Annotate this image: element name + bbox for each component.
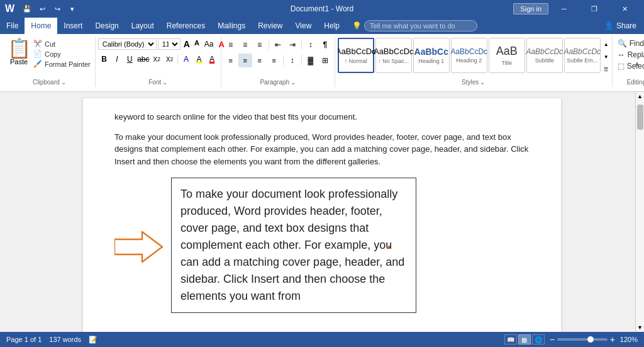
text-highlight-button[interactable]: A — [193, 52, 205, 66]
style-heading2[interactable]: AaBbCcDc Heading 2 — [451, 38, 487, 73]
web-layout-button[interactable]: 🌐 — [532, 334, 545, 344]
paragraph-1[interactable]: keyword to search online for the video t… — [114, 111, 530, 123]
menu-help[interactable]: Help — [318, 18, 346, 34]
undo-button[interactable]: ↩ — [36, 3, 48, 15]
show-marks-button[interactable]: ¶ — [318, 38, 332, 52]
menu-home[interactable]: Home — [25, 18, 57, 34]
italic-button[interactable]: I — [111, 52, 123, 66]
font-color-button[interactable]: A — [206, 52, 218, 66]
zoom-slider-track[interactable] — [557, 338, 608, 341]
styles-expand-icon[interactable]: ⌄ — [480, 79, 485, 86]
font-size-select[interactable]: 11 — [158, 38, 180, 50]
style-title[interactable]: AaB Title — [489, 38, 525, 73]
styles-scroll-down-button[interactable]: ▼ — [603, 54, 609, 60]
vertical-scrollbar[interactable]: ▲ ▼ — [635, 92, 644, 332]
format-painter-button[interactable]: 🖌️ Format Painter — [31, 59, 92, 69]
page-indicator[interactable]: Page 1 of 1 — [6, 336, 42, 343]
cut-button[interactable]: ✂️ Cut — [31, 39, 92, 48]
document-title: Document1 - Word — [291, 4, 353, 13]
style-subtitle[interactable]: AaBbCcDc Subtitle — [526, 38, 563, 73]
bullets-button[interactable]: ≡ — [224, 38, 238, 52]
title-bar-left: W 💾 ↩ ↪ ▾ — [5, 3, 79, 15]
proofing-icon[interactable]: 📝 — [89, 336, 97, 344]
menu-design[interactable]: Design — [89, 18, 125, 34]
textbox[interactable]: To make your document look professionall… — [171, 178, 416, 313]
sort-button[interactable]: ↕ — [304, 38, 318, 52]
multilevel-list-button[interactable]: ≡ — [253, 38, 267, 52]
menu-review[interactable]: Review — [252, 18, 289, 34]
style-title-preview: AaB — [496, 45, 518, 59]
scroll-up-arrow[interactable]: ▲ — [637, 93, 643, 100]
change-case-button[interactable]: Aa — [203, 38, 216, 50]
grow-font-button[interactable]: A — [182, 38, 192, 50]
find-button[interactable]: 🔍 Find — [615, 38, 644, 49]
subscript-button[interactable]: X2 — [151, 52, 163, 66]
style-heading2-preview: AaBbCcDc — [450, 47, 487, 56]
share-button[interactable]: 👤 Share — [597, 18, 644, 34]
clipboard-expand-icon[interactable]: ⌄ — [61, 79, 66, 86]
style-heading1[interactable]: AaBbCc Heading 1 — [413, 38, 450, 73]
decrease-indent-button[interactable]: ⇤ — [271, 38, 285, 52]
justify-button[interactable]: ≡ — [267, 54, 281, 67]
menu-view[interactable]: View — [289, 18, 318, 34]
cut-icon: ✂️ — [33, 40, 42, 48]
read-mode-button[interactable]: 📖 — [504, 334, 517, 344]
font-name-select[interactable]: Calibri (Body) — [98, 38, 157, 50]
print-layout-button[interactable]: ▦ — [518, 334, 531, 344]
menu-insert[interactable]: Insert — [57, 18, 89, 34]
align-center-button[interactable]: ≡ — [238, 54, 252, 67]
align-left-button[interactable]: ≡ — [224, 54, 238, 67]
strikethrough-button[interactable]: abc — [136, 52, 150, 66]
textbox-content: To make your document look professionall… — [180, 188, 404, 302]
underline-button[interactable]: U — [124, 52, 136, 66]
paragraph-2[interactable]: To make your document look professionall… — [114, 131, 530, 168]
scroll-down-arrow[interactable]: ▼ — [637, 324, 643, 331]
superscript-button[interactable]: X2 — [164, 52, 175, 66]
text-effects-button[interactable]: A — [180, 52, 192, 66]
paste-icon: 📋 — [8, 39, 31, 58]
zoom-level[interactable]: 120% — [618, 336, 638, 343]
zoom-in-button[interactable]: + — [610, 334, 615, 344]
tell-me-input[interactable] — [364, 20, 477, 31]
zoom-out-button[interactable]: − — [550, 334, 555, 344]
borders-button[interactable]: ⊞ — [318, 54, 332, 67]
paste-button[interactable]: 📋 Paste — [6, 38, 31, 67]
font-expand-icon[interactable]: ⌄ — [162, 79, 167, 86]
styles-more-button[interactable]: ☰ — [603, 66, 609, 73]
clipboard-group-label: Clipboard ⌄ — [4, 79, 95, 86]
line-spacing-button[interactable]: ↕ — [286, 54, 299, 67]
word-app-icon: W — [5, 3, 14, 14]
shrink-font-button[interactable]: A — [192, 38, 201, 50]
restore-button[interactable]: ❐ — [580, 0, 609, 18]
scrollbar-thumb[interactable] — [637, 105, 643, 130]
zoom-slider-thumb[interactable] — [587, 336, 594, 343]
close-button[interactable]: ✕ — [610, 0, 639, 18]
highlight-icon: A — [197, 55, 202, 64]
style-no-spacing[interactable]: AaBbCcDc ↑ No Spac... — [375, 38, 412, 73]
increase-indent-button[interactable]: ⇥ — [286, 38, 299, 52]
ribbon-collapse-button[interactable]: ▲ — [634, 59, 640, 66]
redo-button[interactable]: ↪ — [51, 3, 64, 15]
bold-button[interactable]: B — [98, 52, 110, 66]
styles-group-label: Styles ⌄ — [335, 79, 612, 86]
align-right-button[interactable]: ≡ — [253, 54, 267, 67]
style-subtle-emphasis[interactable]: AaBbCcDc Subtle Em... — [564, 38, 601, 73]
menu-references[interactable]: References — [160, 18, 211, 34]
style-no-spacing-label: ↑ No Spac... — [378, 58, 409, 64]
customize-quick-access-button[interactable]: ▾ — [66, 3, 79, 15]
copy-button[interactable]: 📄 Copy — [31, 49, 92, 59]
style-normal[interactable]: AaBbCcDc ↑ Normal — [338, 38, 374, 73]
styles-scroll-up-button[interactable]: ▲ — [603, 41, 609, 48]
word-count[interactable]: 137 words — [49, 336, 81, 343]
shading-button[interactable]: ▓ — [304, 54, 318, 67]
menu-mailings[interactable]: Mailings — [211, 18, 252, 34]
numbering-button[interactable]: ≡ — [238, 38, 252, 52]
paragraph-expand-icon[interactable]: ⌄ — [291, 79, 296, 86]
editing-group-label: Editing — [613, 79, 644, 86]
minimize-button[interactable]: ─ — [550, 0, 579, 18]
signin-button[interactable]: Sign in — [513, 3, 548, 14]
select-icon: ⬚ — [618, 62, 625, 71]
menu-file[interactable]: File — [0, 18, 25, 34]
save-button[interactable]: 💾 — [21, 3, 33, 15]
menu-layout[interactable]: Layout — [125, 18, 160, 34]
